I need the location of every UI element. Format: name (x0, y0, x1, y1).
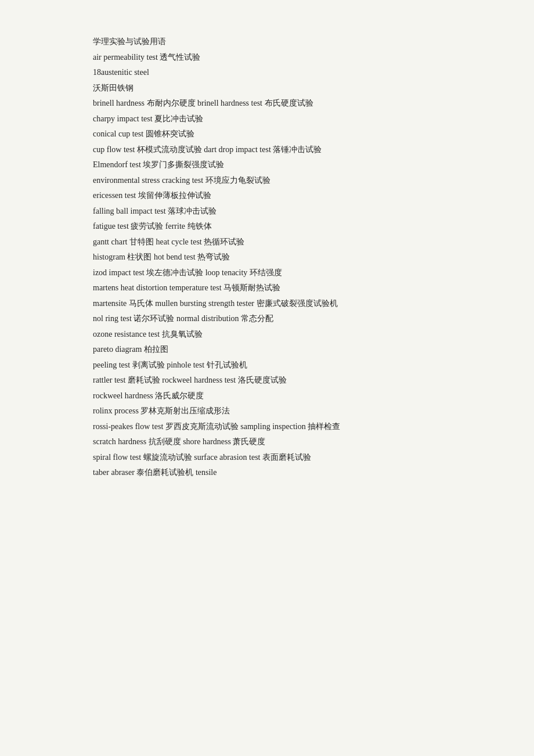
text-line-7: cup flow test 杯模式流动度试验 dart drop impact … (93, 143, 441, 157)
text-line-8: Elmendorf test 埃罗门多撕裂强度试验 (93, 158, 441, 172)
text-line-0: 学理实验与试验用语 (93, 35, 441, 49)
text-line-14: histogram 柱状图 hot bend test 热弯试验 (93, 250, 441, 265)
text-line-10: ericessen test 埃留伸薄板拉伸试验 (93, 189, 441, 203)
text-line-11: falling ball impact test 落球冲击试验 (93, 204, 441, 219)
text-line-20: pareto diagram 柏拉图 (93, 343, 441, 357)
main-content: 学理实验与试验用语air permeability test 透气性试验18au… (93, 35, 441, 480)
text-line-15: izod impact test 埃左德冲击试验 loop tenacity 环… (93, 266, 441, 280)
text-line-19: ozone resistance test 抗臭氧试验 (93, 327, 441, 342)
text-line-26: scratch hardness 抗刮硬度 shore hardness 萧氏硬… (93, 435, 441, 449)
text-line-22: rattler test 磨耗试验 rockweel hardness test… (93, 373, 441, 388)
text-line-24: rolinx process 罗林克斯射出压缩成形法 (93, 404, 441, 419)
text-line-4: brinell hardness 布耐内尔硬度 brinell hardness… (93, 96, 441, 111)
text-line-9: environmental stress cracking test 环境应力龟… (93, 174, 441, 188)
text-line-6: conical cup test 圆锥杯突试验 (93, 127, 441, 142)
text-line-25: rossi-peakes flow test 罗西皮克斯流动试验 samplin… (93, 420, 441, 434)
text-line-27: spiral flow test 螺旋流动试验 surface abrasion… (93, 451, 441, 465)
text-line-18: nol ring test 诺尔环试验 normal distribution … (93, 312, 441, 326)
text-line-5: charpy impact test 夏比冲击试验 (93, 112, 441, 127)
text-line-16: martens heat distortion temperature test… (93, 281, 441, 296)
text-line-23: rockweel hardness 洛氏威尔硬度 (93, 389, 441, 404)
text-line-12: fatigue test 疲劳试验 ferrite 纯铁体 (93, 219, 441, 234)
text-line-3: 沃斯田铁钢 (93, 81, 441, 96)
text-line-13: gantt chart 甘特图 heat cycle test 热循环试验 (93, 235, 441, 250)
text-line-21: peeling test 剥离试验 pinhole test 针孔试验机 (93, 358, 441, 373)
text-line-28: taber abraser 泰伯磨耗试验机 tensile (93, 466, 441, 480)
text-line-2: 18austenitic steel (93, 66, 441, 80)
text-line-17: martensite 马氏体 mullen bursting strength … (93, 297, 441, 311)
text-line-1: air permeability test 透气性试验 (93, 51, 441, 65)
